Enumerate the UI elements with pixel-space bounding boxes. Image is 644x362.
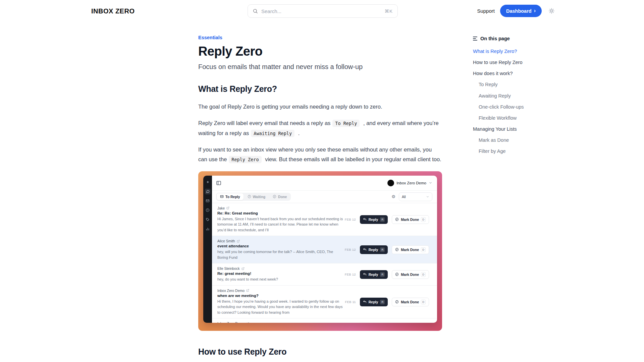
- toc-header: On this page: [473, 36, 547, 41]
- panel-toggle-icon[interactable]: [216, 180, 221, 186]
- reply-button[interactable]: ReplyR: [360, 270, 388, 279]
- demo-app-window: Inbox Zero Demo To Reply Waiting: [203, 176, 437, 323]
- reply-kbd: R: [380, 300, 385, 304]
- email-subject: when are we meeting?: [217, 294, 345, 298]
- gear-icon[interactable]: ⚙: [391, 194, 395, 199]
- demo-toolbar: To Reply Waiting Done ⚙: [212, 190, 437, 203]
- email-list: Jake Re: Re: Great meeting Hi James, Sin…: [212, 203, 437, 323]
- reply-button[interactable]: ReplyR: [360, 215, 388, 224]
- mark-done-button[interactable]: Mark DoneD: [392, 270, 429, 279]
- paragraph-3: If you want to see an inbox view where y…: [198, 145, 442, 165]
- toc-link-flexible-workflow[interactable]: Flexible Workflow: [473, 115, 547, 121]
- email-snippet: hey, will you be coming tomorrow for the…: [217, 249, 345, 260]
- heading-how-to-use: How to use Reply Zero: [198, 347, 442, 357]
- done-kbd: D: [421, 247, 426, 252]
- email-date: FEB 12: [345, 273, 356, 276]
- external-link-icon: [241, 267, 245, 270]
- chevron-down-icon: [429, 181, 432, 185]
- email-subject: Re: great meeting!: [217, 272, 345, 276]
- email-row[interactable]: Jake Re: Re: Great meeting Hi James, Sin…: [212, 203, 437, 236]
- brand-logo[interactable]: INBOX ZERO: [91, 7, 135, 15]
- demo-main-panel: Inbox Zero Demo To Reply Waiting: [212, 176, 437, 323]
- email-snippet: hey, do you want to meet next week?: [217, 277, 345, 282]
- reply-arrow-icon: [363, 218, 367, 221]
- tab-to-reply[interactable]: To Reply: [217, 193, 244, 200]
- product-screenshot: Inbox Zero Demo To Reply Waiting: [198, 171, 442, 331]
- external-link-icon: [226, 206, 229, 209]
- clock-icon[interactable]: [205, 207, 211, 213]
- check-circle-icon: [273, 195, 276, 198]
- reply-button[interactable]: ReplyR: [360, 298, 388, 306]
- filter-value: All: [402, 195, 406, 199]
- email-row[interactable]: Inbox Zero Demo Re: Re: great speaking H…: [212, 318, 437, 323]
- toc-link-mark-as-done[interactable]: Mark as Done: [473, 137, 547, 143]
- clock-icon: [248, 195, 251, 198]
- reply-chat-icon[interactable]: [205, 189, 211, 194]
- list-icon: [473, 37, 477, 41]
- toc-link-awaiting-reply[interactable]: Awaiting Reply: [473, 93, 547, 99]
- email-row[interactable]: Alice Smith event attendance hey, will y…: [212, 236, 437, 263]
- email-subject: Re: Re: Great meeting: [217, 211, 345, 215]
- breadcrumb[interactable]: Essentials: [198, 35, 442, 40]
- reply-kbd: R: [380, 272, 385, 277]
- toc-link-managing-your-lists[interactable]: Managing Your Lists: [473, 126, 547, 132]
- email-snippet: Hi James, Since I haven’t heard back fro…: [217, 216, 345, 233]
- account-name: Inbox Zero Demo: [396, 181, 426, 185]
- page-title: Reply Zero: [198, 44, 442, 59]
- account-avatar: [387, 180, 394, 186]
- top-navbar: INBOX ZERO Search... ⌘K Support Dashboar…: [0, 0, 644, 22]
- toc-link-how-to-use[interactable]: How to use Reply Zero: [473, 59, 547, 65]
- tab-waiting[interactable]: Waiting: [244, 193, 269, 200]
- paragraph-1: The goal of Reply Zero is getting your e…: [198, 102, 442, 112]
- demo-tabs: To Reply Waiting Done: [216, 193, 291, 201]
- email-row[interactable]: Elle Steinbock Re: great meeting! hey, d…: [212, 263, 437, 286]
- done-kbd: D: [421, 272, 426, 277]
- demo-toolbar-right: ⚙ All: [391, 192, 432, 201]
- check-circle-icon: [395, 273, 399, 276]
- theme-toggle-sun-icon[interactable]: [548, 8, 555, 14]
- filter-dropdown[interactable]: All: [399, 192, 432, 201]
- reply-button[interactable]: ReplyR: [360, 245, 388, 254]
- demo-topbar: Inbox Zero Demo: [212, 176, 437, 190]
- toc-link-to-reply[interactable]: To Reply: [473, 81, 547, 87]
- email-sender: Elle Steinbock: [217, 266, 240, 270]
- email-snippet: Hi there, I hope you’re having a good we…: [217, 299, 345, 315]
- reply-arrow-icon: [363, 300, 367, 304]
- search-shortcut: ⌘K: [384, 8, 393, 14]
- code-reply-zero: Reply Zero: [229, 156, 261, 163]
- mark-done-button[interactable]: Mark DoneD: [392, 298, 429, 306]
- search-icon: [253, 8, 258, 14]
- toc-link-what-is-reply-zero[interactable]: What is Reply Zero?: [473, 48, 547, 54]
- demo-sidebar: [203, 176, 212, 323]
- search-input[interactable]: Search... ⌘K: [248, 4, 398, 18]
- sparkles-icon[interactable]: [205, 179, 211, 185]
- toc-link-filter-by-age[interactable]: Filter by Age: [473, 148, 547, 154]
- check-circle-icon: [395, 300, 399, 304]
- email-sender: Jake: [217, 206, 225, 210]
- dashboard-button[interactable]: Dashboard ›: [500, 5, 542, 17]
- email-sender: Inbox Zero Demo: [217, 289, 245, 293]
- chart-icon[interactable]: [205, 226, 211, 232]
- tag-icon[interactable]: [205, 217, 211, 223]
- email-sender: Alice Smith: [217, 239, 235, 243]
- mail-icon: [220, 195, 224, 198]
- toc-link-how-does-it-work[interactable]: How does it work?: [473, 70, 547, 76]
- external-link-icon: [246, 322, 249, 323]
- mark-done-button[interactable]: Mark DoneD: [392, 215, 429, 224]
- tab-done[interactable]: Done: [269, 193, 290, 200]
- done-kbd: D: [421, 217, 426, 222]
- reply-arrow-icon: [363, 273, 367, 276]
- main-content: Essentials Reply Zero Focus on emails th…: [198, 35, 442, 362]
- mail-icon[interactable]: [205, 198, 211, 204]
- toc-link-one-click-follow-ups[interactable]: One-click Follow-ups: [473, 104, 547, 110]
- email-row[interactable]: Inbox Zero Demo when are we meeting? Hi …: [212, 286, 437, 319]
- email-date: FEB 12: [345, 218, 356, 221]
- support-link[interactable]: Support: [477, 8, 495, 14]
- mark-done-button[interactable]: Mark DoneD: [392, 245, 429, 254]
- account-menu[interactable]: Inbox Zero Demo: [387, 180, 432, 186]
- external-link-icon: [246, 289, 249, 292]
- email-sender: Inbox Zero Demo: [217, 321, 245, 323]
- check-circle-icon: [395, 248, 399, 251]
- chevron-right-icon: ›: [534, 8, 536, 13]
- code-awaiting-reply: Awaiting Reply: [251, 130, 294, 137]
